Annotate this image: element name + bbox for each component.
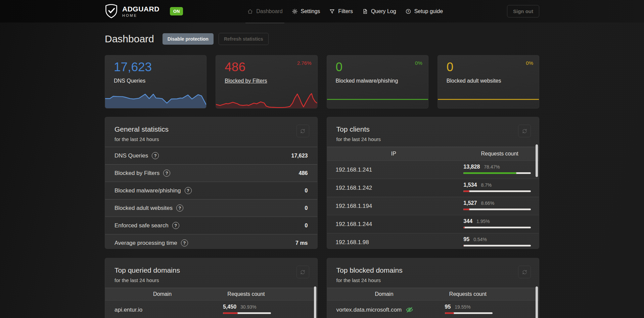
statistics-row: Blocked adult websites?0 [105, 199, 317, 217]
page-title: Dashboard [105, 33, 154, 45]
refresh-panel-button[interactable] [296, 266, 309, 278]
top-clients-panel: Top clients for the last 24 hours IP Req… [327, 117, 540, 249]
refresh-panel-button[interactable] [296, 125, 309, 137]
help-question-icon[interactable]: ? [176, 205, 183, 212]
table-header: Domain Requests count [105, 288, 317, 300]
statistics-row-label: Enforced safe search? [114, 222, 179, 229]
requests-progress-bar [463, 227, 531, 228]
help-question-icon[interactable]: ? [172, 222, 179, 229]
panel-scrollbar-thumb[interactable] [536, 144, 538, 177]
top-clients-rows: 192.168.1.24113,82878.47%192.168.1.2421,… [327, 161, 539, 249]
requests-count-percent: 8.66% [481, 200, 494, 206]
requests-count-line: 13,82878.47% [463, 164, 531, 170]
requests-count-percent: 30.93% [240, 304, 256, 310]
requests-progress-fill [445, 312, 454, 314]
nav-item-query-log[interactable]: Query Log [362, 0, 396, 22]
requests-count-percent: 0.54% [473, 237, 487, 242]
requests-count-value: 95 [463, 236, 469, 242]
client-ip-address: 192.168.1.98 [327, 233, 461, 249]
stat-card-sparkline [327, 91, 428, 108]
panel-subtitle: for the last 24 hours [336, 136, 530, 142]
stat-card-value: 486 [225, 60, 245, 74]
requests-progress-fill [463, 227, 465, 228]
statistics-row-label-text: Enforced safe search [114, 222, 169, 229]
requests-count-cell: 13,82878.47% [460, 161, 539, 179]
requests-count-value: 5,450 [223, 304, 236, 310]
refresh-icon [300, 128, 306, 134]
nav-item-settings[interactable]: Settings [292, 0, 320, 22]
nav-item-dashboard[interactable]: Dashboard [247, 0, 282, 22]
top-clients-table: IP Requests count 192.168.1.24113,82878.… [327, 147, 539, 249]
stat-card-sparkline [216, 91, 317, 108]
help-question-icon[interactable]: ? [152, 152, 159, 159]
requests-progress-bar [445, 312, 493, 314]
sign-out-button[interactable]: Sign out [507, 5, 539, 17]
statistics-row-value: 0 [305, 223, 308, 229]
column-header-domain: Domain [105, 291, 220, 297]
statistics-row-value: 7 ms [295, 240, 308, 246]
statistics-row: Blocked by Filters?486 [105, 164, 317, 182]
statistics-row-value: 486 [299, 170, 308, 176]
brand-name: ADGUARD [122, 5, 159, 12]
top-queried-domains-table: Domain Requests count api.entur.io5,4503… [105, 288, 317, 318]
client-ip-address: 192.168.1.241 [327, 161, 461, 179]
refresh-panel-button[interactable] [518, 266, 531, 278]
requests-progress-bar [463, 172, 531, 174]
column-header-domain: Domain [327, 291, 442, 297]
nav-item-label: Setup guide [414, 8, 443, 14]
top-blocked-domains-panel: Top blocked domains for the last 24 hour… [327, 258, 540, 318]
domain-name-text: api.entur.io [114, 307, 142, 313]
column-header-requests-count: Requests count [442, 291, 495, 297]
help-question-icon[interactable]: ? [181, 239, 188, 246]
requests-count-cell: 950.54% [460, 233, 539, 249]
statistics-row-value: 0 [305, 188, 308, 194]
nav-item-setup-guide[interactable]: ?Setup guide [405, 0, 443, 22]
general-statistics-list: DNS Queries?17,623Blocked by Filters?486… [105, 147, 317, 249]
eye-slash-icon [406, 306, 413, 314]
refresh-icon [522, 269, 527, 275]
statistics-row: Average processing time?7 ms [105, 234, 317, 249]
requests-progress-bar [463, 209, 531, 210]
nav-item-filters[interactable]: Filters [329, 0, 353, 22]
top-client-row: 192.168.1.2421,5348.7% [327, 179, 539, 197]
disable-protection-button[interactable]: Disable protection [163, 33, 214, 45]
requests-count-cell: 1,5278.66% [460, 197, 539, 215]
requests-count-percent: 19.55% [455, 304, 470, 310]
nav-item-label: Filters [338, 8, 353, 14]
stat-card-label[interactable]: Blocked by Filters [225, 78, 267, 84]
nav-item-label: Settings [301, 8, 320, 14]
top-client-row: 192.168.1.24113,82878.47% [327, 161, 539, 179]
panel-title: Top clients [336, 125, 530, 133]
document-icon [362, 8, 368, 14]
requests-count-cell: 5,45030.93% [220, 301, 273, 318]
stat-card-value: 0 [336, 60, 343, 74]
refresh-panel-button[interactable] [518, 125, 531, 137]
requests-count-value: 95 [445, 304, 451, 310]
svg-text:?: ? [407, 10, 409, 13]
stat-card-2: 00%Blocked malware/phishing [327, 55, 428, 108]
domain-row: vortex.data.microsoft.com9519.55% [327, 300, 539, 318]
requests-count-line: 3441.95% [463, 218, 531, 224]
requests-count-cell: 9519.55% [442, 301, 495, 318]
panel-scrollbar-thumb[interactable] [536, 286, 538, 318]
requests-progress-fill [463, 172, 516, 174]
requests-count-line: 1,5348.7% [463, 182, 531, 188]
filter-icon [329, 8, 335, 14]
requests-count-percent: 78.47% [484, 164, 500, 170]
requests-count-percent: 1.95% [476, 219, 490, 224]
refresh-statistics-button[interactable]: Refresh statistics [219, 33, 269, 45]
client-ip-address: 192.168.1.242 [327, 179, 461, 197]
client-ip-address: 192.168.1.244 [327, 215, 461, 233]
statistics-row-label-text: Blocked by Filters [114, 170, 159, 177]
panel-scrollbar-thumb[interactable] [314, 286, 316, 318]
statistics-row-label-text: DNS Queries [114, 152, 148, 159]
client-ip-address: 192.168.1.194 [327, 197, 461, 215]
statistics-row-label: Blocked by Filters? [114, 170, 170, 177]
help-question-icon[interactable]: ? [163, 170, 170, 177]
stat-card-3: 00%Blocked adult websites [438, 55, 539, 108]
requests-progress-bar [463, 245, 531, 246]
statistics-row: DNS Queries?17,623 [105, 147, 317, 164]
help-question-icon[interactable]: ? [185, 187, 192, 194]
top-client-row: 192.168.1.2443441.95% [327, 215, 539, 233]
domain-name: api.entur.io [105, 301, 220, 318]
